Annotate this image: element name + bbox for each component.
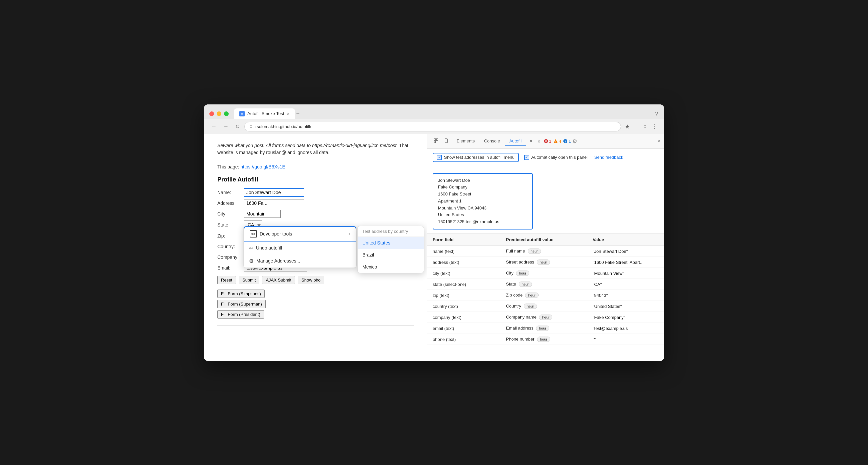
new-tab-button[interactable]: + (296, 110, 300, 117)
tab-close-icon[interactable]: × (287, 111, 289, 116)
minimize-button[interactable] (217, 111, 221, 116)
back-button[interactable]: ← (209, 122, 219, 131)
table-row: company (text) Company name heur "Fake C… (427, 312, 664, 323)
submit-button[interactable]: Submit (239, 276, 259, 284)
table-row: country (text) Country heur "United Stat… (427, 301, 664, 312)
tab-expand-icon[interactable]: ∨ (655, 110, 659, 117)
state-label: State: (217, 222, 244, 228)
preview-line5: Mountain View CA 94043 (438, 205, 527, 212)
test-address-item-mexico[interactable]: Mexico (358, 261, 424, 273)
cell-field: email (text) (433, 325, 506, 331)
ajax-submit-button[interactable]: AJAX Submit (262, 276, 295, 284)
name-input[interactable] (244, 188, 304, 197)
tab-bar: A Autofill Smoke Test × + (234, 109, 652, 119)
reset-button[interactable]: Reset (217, 276, 236, 284)
nav-bar: ← → ↻ ⊙ rsolomakhin.github.io/autofill/ … (204, 119, 664, 134)
table-row: zip (text) Zip code heur "94043" (427, 290, 664, 301)
device-toolbar-button[interactable] (442, 136, 451, 146)
cell-predicted: Street address heur (506, 259, 593, 265)
reload-button[interactable]: ↻ (233, 122, 242, 131)
autofill-dropdown: <> Developer tools › ↩ Undo autofill ⚙ M… (243, 226, 356, 268)
cell-value: "test@example.us" (593, 325, 659, 331)
svg-rect-0 (434, 139, 436, 140)
cell-predicted: Country heur (506, 303, 593, 310)
tab-autofill[interactable]: Autofill (505, 137, 526, 146)
city-input[interactable] (244, 210, 281, 218)
more-button[interactable]: ⋮ (651, 122, 659, 131)
manage-addresses-item[interactable]: ⚙ Manage Addresses... (244, 255, 356, 267)
autofill-panel: Show test addresses in autofill menu Aut… (427, 149, 664, 169)
page-link-url[interactable]: https://goo.gl/B6Xs1E (240, 164, 285, 170)
cell-field: company (text) (433, 314, 506, 321)
star-button[interactable]: ★ (624, 122, 631, 131)
test-address-header: Test address by country (358, 226, 424, 237)
tab-elements[interactable]: Elements (453, 137, 479, 146)
form-group-city: City: <> Developer tools › ↩ Undo autofi… (217, 210, 414, 218)
auto-open-checkbox[interactable]: Automatically open this panel (524, 155, 588, 160)
devtools-panel: Elements Console Autofill × » ✕ 1 ! 4 i (427, 134, 664, 361)
address-bar[interactable]: ⊙ rsolomakhin.github.io/autofill/ (244, 122, 621, 132)
checkbox2-label: Automatically open this panel (531, 155, 588, 160)
browser-window: A Autofill Smoke Test × + ∨ ← → ↻ ⊙ rsol… (204, 105, 664, 361)
preview-line6: United States (438, 211, 527, 219)
devtools-close-button[interactable]: × (658, 138, 661, 144)
form-group-name: Name: (217, 188, 414, 197)
info-count: 1 (568, 139, 571, 144)
warning-badge: ! 4 (553, 139, 561, 144)
heur-badge: heur (528, 249, 541, 254)
heur-badge: heur (525, 293, 538, 298)
close-tab-button[interactable]: × (528, 137, 534, 146)
heur-badge: heur (536, 325, 549, 331)
active-tab[interactable]: A Autofill Smoke Test × (234, 109, 295, 119)
cell-field: name (text) (433, 248, 506, 255)
cell-value: "1600 Fake Street, Apart... (593, 259, 659, 265)
cell-predicted: Full name heur (506, 248, 593, 255)
heur-badge: heur (516, 270, 529, 276)
heur-badge: heur (519, 282, 532, 287)
warning-text: Beware what you post. All forms send dat… (217, 142, 414, 156)
forward-button[interactable]: → (221, 122, 231, 131)
test-address-item-brazil[interactable]: Brazil (358, 249, 424, 261)
preview-line3: 1600 Fake Street (438, 191, 527, 198)
warning-count: 4 (559, 139, 561, 144)
address-input[interactable] (244, 199, 304, 207)
zip-label: Zip: (217, 233, 244, 238)
manage-icon: ⚙ (249, 258, 254, 264)
tab-console[interactable]: Console (480, 137, 504, 146)
svg-rect-1 (436, 139, 438, 140)
fill-simpsons-button[interactable]: Fill Form (Simpsons) (217, 290, 265, 298)
fill-superman-button[interactable]: Fill Form (Superman) (217, 300, 266, 308)
settings-button[interactable]: ⚙ (572, 138, 577, 144)
fill-president-button[interactable]: Fill Form (President) (217, 310, 264, 319)
cell-predicted: City heur (506, 270, 593, 277)
dev-tools-icon: <> (250, 230, 257, 237)
checkbox2-box (524, 155, 529, 160)
developer-tools-item[interactable]: <> Developer tools › (244, 226, 356, 241)
error-badge: ✕ 1 (544, 139, 551, 144)
secure-icon: ⊙ (249, 124, 253, 129)
autofill-table: Form field Predicted autofill value Valu… (427, 234, 664, 360)
more-options-button[interactable]: ⋮ (578, 138, 584, 144)
table-row: address (text) Street address heur "1600… (427, 257, 664, 268)
extension-button[interactable]: □ (634, 122, 640, 131)
heur-badge: heur (524, 303, 537, 309)
close-button[interactable] (209, 111, 214, 116)
profile-button[interactable]: ○ (642, 122, 648, 131)
show-test-addresses-checkbox[interactable]: Show test addresses in autofill menu (433, 153, 519, 162)
nav-actions: ★ □ ○ ⋮ (624, 122, 659, 131)
undo-autofill-item[interactable]: ↩ Undo autofill (244, 241, 356, 255)
undo-icon: ↩ (249, 245, 253, 251)
info-badge: i 1 (563, 139, 571, 144)
country-label: Country: (217, 244, 244, 249)
test-address-item-us[interactable]: United States (358, 237, 424, 249)
form-group-address: Address: (217, 199, 414, 207)
maximize-button[interactable] (224, 111, 229, 116)
show-pho-button[interactable]: Show pho (298, 276, 324, 284)
more-panels-button[interactable]: » (536, 137, 542, 146)
cell-field: phone (text) (433, 336, 506, 343)
developer-tools-arrow: › (349, 231, 350, 236)
send-feedback-link[interactable]: Send feedback (594, 155, 623, 160)
section-title: Profile Autofill (217, 176, 414, 183)
inspect-element-button[interactable] (431, 136, 441, 146)
email-label: Email: (217, 265, 244, 270)
